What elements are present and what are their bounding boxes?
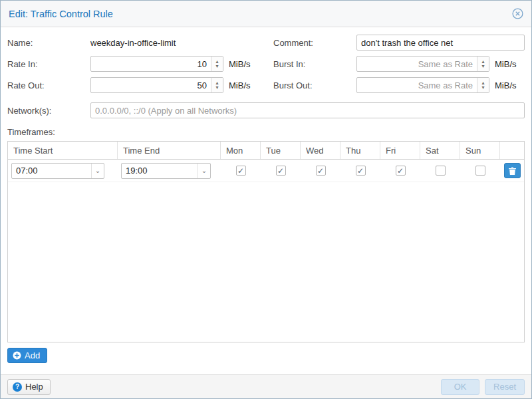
burst-in-label: Burst In:: [273, 59, 356, 69]
timeframe-row: 07:00 ⌄ 19:00 ⌄: [8, 160, 524, 182]
time-start-value: 07:00: [16, 166, 38, 176]
burst-out-spinner[interactable]: ▴▾: [477, 78, 489, 92]
timeframes-grid: Time Start Time End Mon Tue Wed Thu Fri …: [7, 141, 525, 342]
day-checkbox-wed[interactable]: [316, 166, 326, 176]
rate-in-unit: MiB/s: [229, 59, 251, 69]
rate-in-label: Rate In:: [7, 59, 90, 69]
trash-icon: [509, 167, 516, 175]
col-header-sun[interactable]: Sun: [460, 142, 500, 159]
burst-out-label: Burst Out:: [273, 80, 356, 90]
col-header-time-end[interactable]: Time End: [118, 142, 221, 159]
burst-in-spinner[interactable]: ▴▾: [477, 57, 489, 71]
day-checkbox-tue[interactable]: [276, 166, 286, 176]
col-header-actions: [500, 142, 524, 159]
chevron-down-icon: ⌄: [198, 164, 210, 178]
close-icon[interactable]: [512, 8, 523, 19]
day-checkbox-fri[interactable]: [396, 166, 406, 176]
help-icon: ?: [13, 382, 22, 392]
burst-out-unit: MiB/s: [495, 80, 517, 90]
chevron-down-icon: ⌄: [91, 164, 104, 178]
time-end-value: 19:00: [126, 166, 148, 176]
networks-label: Network(s):: [7, 106, 90, 116]
col-header-fri[interactable]: Fri: [380, 142, 420, 159]
delete-row-button[interactable]: [504, 163, 521, 178]
networks-input[interactable]: [90, 102, 525, 118]
add-button-label: Add: [25, 350, 40, 360]
edit-traffic-control-rule-dialog: Edit: Traffic Control Rule Name: weekday…: [0, 0, 532, 399]
ok-button[interactable]: OK: [441, 379, 479, 395]
burst-in-input[interactable]: [356, 56, 489, 72]
comment-input[interactable]: [356, 35, 525, 51]
dialog-body: Name: weekday-in-office-limit Rate In: ▴…: [1, 27, 531, 370]
time-end-select[interactable]: 19:00 ⌄: [121, 163, 211, 179]
help-button-label: Help: [25, 382, 43, 392]
comment-label: Comment:: [273, 38, 356, 48]
right-column: Comment: Burst In: ▴▾ MiB/s Burst Out:: [273, 34, 525, 98]
day-checkbox-sun[interactable]: [475, 166, 485, 176]
col-header-sat[interactable]: Sat: [420, 142, 460, 159]
plus-circle-icon: [13, 351, 21, 360]
rate-out-input[interactable]: [90, 77, 223, 93]
reset-button[interactable]: Reset: [485, 379, 525, 395]
rate-in-input[interactable]: [90, 56, 223, 72]
time-start-select[interactable]: 07:00 ⌄: [11, 163, 104, 179]
left-column: Name: weekday-in-office-limit Rate In: ▴…: [7, 34, 267, 98]
day-checkbox-thu[interactable]: [356, 166, 366, 176]
timeframes-grid-header: Time Start Time End Mon Tue Wed Thu Fri …: [8, 142, 524, 160]
burst-out-input[interactable]: [356, 77, 489, 93]
dialog-header: Edit: Traffic Control Rule: [1, 1, 531, 27]
col-header-wed[interactable]: Wed: [301, 142, 340, 159]
day-checkbox-mon[interactable]: [236, 166, 246, 176]
rate-out-label: Rate Out:: [7, 80, 90, 90]
col-header-time-start[interactable]: Time Start: [8, 142, 118, 159]
grid-empty-area: [8, 182, 524, 342]
name-value: weekday-in-office-limit: [90, 38, 176, 48]
timeframes-label: Timeframes:: [7, 127, 525, 137]
rate-out-unit: MiB/s: [229, 80, 251, 90]
name-label: Name:: [7, 38, 90, 48]
dialog-footer: ? Help OK Reset: [1, 374, 531, 398]
help-button[interactable]: ? Help: [7, 379, 51, 395]
rate-out-spinner[interactable]: ▴▾: [211, 78, 223, 92]
dialog-title: Edit: Traffic Control Rule: [9, 9, 512, 19]
add-button[interactable]: Add: [7, 348, 47, 363]
col-header-tue[interactable]: Tue: [261, 142, 301, 159]
col-header-mon[interactable]: Mon: [221, 142, 261, 159]
rate-in-spinner[interactable]: ▴▾: [211, 57, 223, 71]
col-header-thu[interactable]: Thu: [340, 142, 380, 159]
day-checkbox-sat[interactable]: [436, 166, 446, 176]
burst-in-unit: MiB/s: [495, 59, 517, 69]
